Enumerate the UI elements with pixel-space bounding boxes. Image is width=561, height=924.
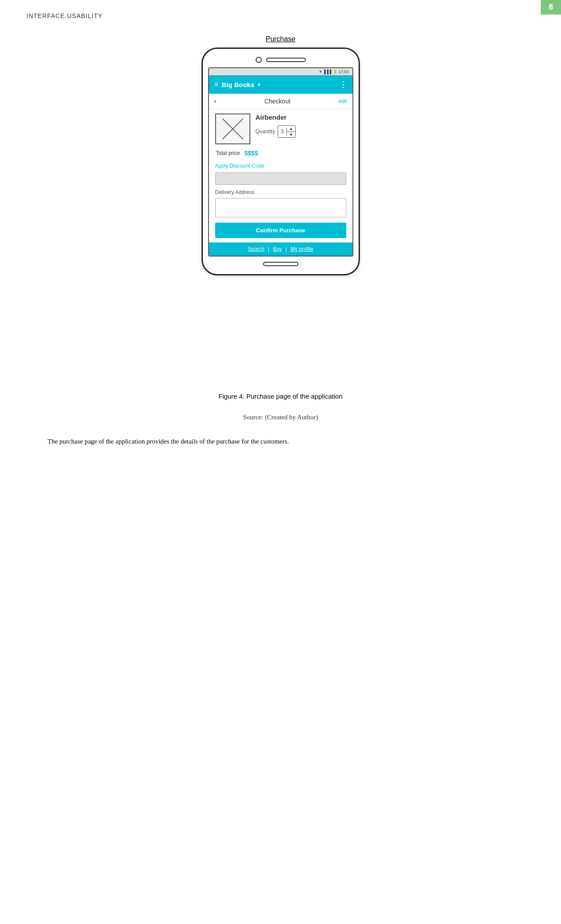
figure-caption: Figure 4: Purchase page of the applicati… (0, 392, 561, 400)
sub-header: ‹ Checkout edit (209, 94, 352, 109)
edit-link[interactable]: edit (338, 98, 347, 104)
product-image-placeholder (215, 114, 250, 144)
signal-icon: ▐▐▐ (323, 70, 331, 74)
quantity-row: Quantity 3 ▲ ▼ (256, 125, 346, 138)
delivery-address-input[interactable] (215, 198, 346, 217)
phone-screen: ▾ ▐▐▐ 🔋 17:03 ≡ Big Books ▾ ⋮ ‹ Checkout (208, 67, 353, 257)
delivery-address-label: Delivery Address (215, 189, 346, 195)
more-options-icon[interactable]: ⋮ (339, 80, 347, 89)
battery-icon: 🔋 (333, 70, 337, 74)
product-name: Airbender (256, 114, 346, 121)
content-area: Airbender Quantity 3 ▲ ▼ (209, 109, 352, 242)
hamburger-icon[interactable]: ≡ (214, 81, 218, 88)
document-header: INTERFACE USABILITY (26, 12, 103, 19)
source-line: Source: (Created by Author) (0, 414, 561, 421)
phone-home-button (263, 262, 298, 266)
wifi-icon: ▾ (319, 70, 322, 74)
body-paragraph: The purchase page of the application pro… (26, 436, 535, 447)
quantity-label: Quantity (256, 128, 275, 135)
quantity-up-button[interactable]: ▲ (287, 126, 295, 132)
page-number: 8 (541, 0, 561, 15)
phone-camera (256, 57, 262, 63)
app-bar: ≡ Big Books ▾ ⋮ (209, 75, 352, 94)
phone-mockup: ▾ ▐▐▐ 🔋 17:03 ≡ Big Books ▾ ⋮ ‹ Checkout (202, 48, 360, 275)
total-price-value: $$$$ (244, 150, 258, 157)
phone-bottom-bar (208, 262, 353, 266)
nav-buy-link[interactable]: Buy (269, 246, 286, 252)
checkout-title: Checkout (264, 98, 290, 105)
total-price-label: Total price (216, 150, 240, 156)
phone-top-bar (208, 57, 353, 63)
status-time: 17:03 (339, 70, 349, 74)
dropdown-arrow-icon[interactable]: ▾ (258, 82, 260, 87)
nav-search-link[interactable]: Search (244, 246, 268, 252)
phone-outer-shell: ▾ ▐▐▐ 🔋 17:03 ≡ Big Books ▾ ⋮ ‹ Checkout (202, 48, 360, 275)
status-icons: ▾ ▐▐▐ 🔋 17:03 (319, 70, 349, 74)
total-price-row: Total price $$$$ (215, 150, 346, 157)
nav-myprofile-link[interactable]: My profile (287, 246, 317, 252)
quantity-spinner[interactable]: 3 ▲ ▼ (278, 125, 296, 138)
quantity-value: 3 (278, 128, 287, 136)
bottom-nav: Search | Buy | My profile (209, 242, 352, 256)
discount-input-field[interactable] (215, 172, 346, 185)
confirm-purchase-button[interactable]: Confirm Purchase (215, 223, 346, 238)
quantity-buttons[interactable]: ▲ ▼ (287, 126, 295, 137)
app-bar-left: ≡ Big Books ▾ (214, 81, 260, 88)
status-bar: ▾ ▐▐▐ 🔋 17:03 (209, 68, 352, 75)
product-details: Airbender Quantity 3 ▲ ▼ (256, 114, 346, 138)
product-row: Airbender Quantity 3 ▲ ▼ (215, 114, 346, 144)
phone-speaker (266, 58, 306, 62)
back-button[interactable]: ‹ (214, 97, 216, 105)
body-text: The purchase page of the application pro… (26, 436, 535, 447)
quantity-down-button[interactable]: ▼ (287, 132, 295, 138)
section-title: Purchase (0, 35, 561, 43)
app-title: Big Books (222, 81, 254, 88)
discount-code-link[interactable]: Apply Discount Code (215, 163, 346, 169)
